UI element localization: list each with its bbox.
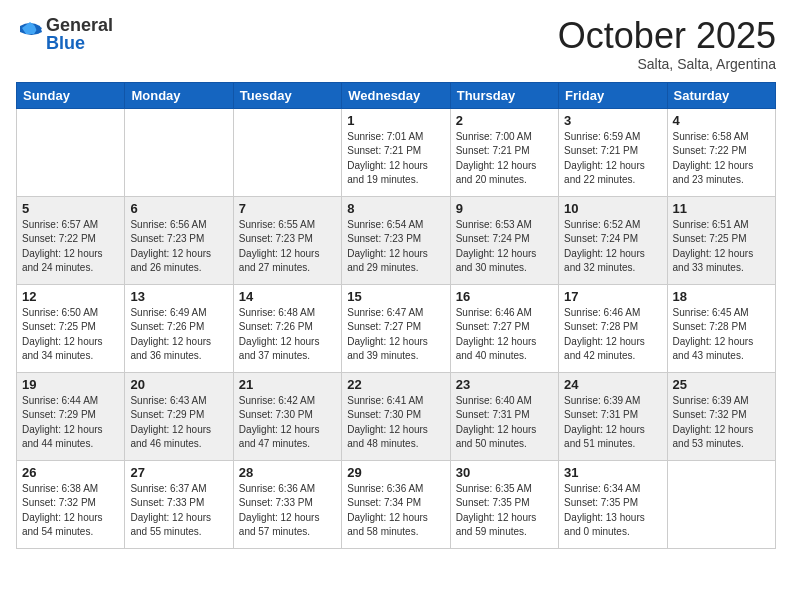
day-info: Sunrise: 6:38 AM Sunset: 7:32 PM Dayligh…	[22, 482, 119, 540]
calendar-cell: 11Sunrise: 6:51 AM Sunset: 7:25 PM Dayli…	[667, 196, 775, 284]
day-info: Sunrise: 6:42 AM Sunset: 7:30 PM Dayligh…	[239, 394, 336, 452]
calendar-cell: 17Sunrise: 6:46 AM Sunset: 7:28 PM Dayli…	[559, 284, 667, 372]
calendar-cell	[17, 108, 125, 196]
day-info: Sunrise: 6:46 AM Sunset: 7:27 PM Dayligh…	[456, 306, 553, 364]
day-number: 27	[130, 465, 227, 480]
day-info: Sunrise: 6:35 AM Sunset: 7:35 PM Dayligh…	[456, 482, 553, 540]
day-info: Sunrise: 6:45 AM Sunset: 7:28 PM Dayligh…	[673, 306, 770, 364]
day-info: Sunrise: 6:39 AM Sunset: 7:31 PM Dayligh…	[564, 394, 661, 452]
day-info: Sunrise: 6:54 AM Sunset: 7:23 PM Dayligh…	[347, 218, 444, 276]
logo-icon	[16, 18, 44, 46]
day-info: Sunrise: 6:55 AM Sunset: 7:23 PM Dayligh…	[239, 218, 336, 276]
day-number: 18	[673, 289, 770, 304]
col-sunday: Sunday	[17, 82, 125, 108]
calendar-cell	[125, 108, 233, 196]
day-number: 28	[239, 465, 336, 480]
week-row-3: 12Sunrise: 6:50 AM Sunset: 7:25 PM Dayli…	[17, 284, 776, 372]
col-monday: Monday	[125, 82, 233, 108]
calendar-table: Sunday Monday Tuesday Wednesday Thursday…	[16, 82, 776, 549]
logo-text: General Blue	[46, 16, 113, 52]
page-container: General Blue October 2025 Salta, Salta, …	[0, 0, 792, 612]
day-number: 21	[239, 377, 336, 392]
col-wednesday: Wednesday	[342, 82, 450, 108]
day-number: 6	[130, 201, 227, 216]
calendar-cell: 9Sunrise: 6:53 AM Sunset: 7:24 PM Daylig…	[450, 196, 558, 284]
day-info: Sunrise: 6:50 AM Sunset: 7:25 PM Dayligh…	[22, 306, 119, 364]
day-number: 24	[564, 377, 661, 392]
day-number: 30	[456, 465, 553, 480]
day-info: Sunrise: 6:39 AM Sunset: 7:32 PM Dayligh…	[673, 394, 770, 452]
calendar-cell: 23Sunrise: 6:40 AM Sunset: 7:31 PM Dayli…	[450, 372, 558, 460]
day-info: Sunrise: 6:56 AM Sunset: 7:23 PM Dayligh…	[130, 218, 227, 276]
calendar-cell: 26Sunrise: 6:38 AM Sunset: 7:32 PM Dayli…	[17, 460, 125, 548]
calendar-cell: 3Sunrise: 6:59 AM Sunset: 7:21 PM Daylig…	[559, 108, 667, 196]
day-info: Sunrise: 6:51 AM Sunset: 7:25 PM Dayligh…	[673, 218, 770, 276]
day-info: Sunrise: 6:49 AM Sunset: 7:26 PM Dayligh…	[130, 306, 227, 364]
day-number: 8	[347, 201, 444, 216]
month-title: October 2025	[558, 16, 776, 56]
day-number: 9	[456, 201, 553, 216]
day-number: 5	[22, 201, 119, 216]
calendar-cell: 12Sunrise: 6:50 AM Sunset: 7:25 PM Dayli…	[17, 284, 125, 372]
day-info: Sunrise: 6:41 AM Sunset: 7:30 PM Dayligh…	[347, 394, 444, 452]
calendar-cell: 13Sunrise: 6:49 AM Sunset: 7:26 PM Dayli…	[125, 284, 233, 372]
calendar-cell: 18Sunrise: 6:45 AM Sunset: 7:28 PM Dayli…	[667, 284, 775, 372]
calendar-cell: 16Sunrise: 6:46 AM Sunset: 7:27 PM Dayli…	[450, 284, 558, 372]
day-number: 1	[347, 113, 444, 128]
day-number: 19	[22, 377, 119, 392]
calendar-cell: 30Sunrise: 6:35 AM Sunset: 7:35 PM Dayli…	[450, 460, 558, 548]
col-saturday: Saturday	[667, 82, 775, 108]
week-row-2: 5Sunrise: 6:57 AM Sunset: 7:22 PM Daylig…	[17, 196, 776, 284]
day-info: Sunrise: 6:57 AM Sunset: 7:22 PM Dayligh…	[22, 218, 119, 276]
calendar-cell: 19Sunrise: 6:44 AM Sunset: 7:29 PM Dayli…	[17, 372, 125, 460]
day-number: 17	[564, 289, 661, 304]
header-row: Sunday Monday Tuesday Wednesday Thursday…	[17, 82, 776, 108]
day-info: Sunrise: 6:53 AM Sunset: 7:24 PM Dayligh…	[456, 218, 553, 276]
logo-blue-text: Blue	[46, 34, 113, 52]
calendar-cell: 28Sunrise: 6:36 AM Sunset: 7:33 PM Dayli…	[233, 460, 341, 548]
calendar-cell: 8Sunrise: 6:54 AM Sunset: 7:23 PM Daylig…	[342, 196, 450, 284]
subtitle: Salta, Salta, Argentina	[558, 56, 776, 72]
day-info: Sunrise: 6:36 AM Sunset: 7:34 PM Dayligh…	[347, 482, 444, 540]
col-friday: Friday	[559, 82, 667, 108]
day-info: Sunrise: 6:47 AM Sunset: 7:27 PM Dayligh…	[347, 306, 444, 364]
day-number: 3	[564, 113, 661, 128]
week-row-1: 1Sunrise: 7:01 AM Sunset: 7:21 PM Daylig…	[17, 108, 776, 196]
calendar-cell: 2Sunrise: 7:00 AM Sunset: 7:21 PM Daylig…	[450, 108, 558, 196]
day-number: 16	[456, 289, 553, 304]
calendar-cell: 20Sunrise: 6:43 AM Sunset: 7:29 PM Dayli…	[125, 372, 233, 460]
day-info: Sunrise: 6:37 AM Sunset: 7:33 PM Dayligh…	[130, 482, 227, 540]
day-number: 14	[239, 289, 336, 304]
day-info: Sunrise: 6:44 AM Sunset: 7:29 PM Dayligh…	[22, 394, 119, 452]
day-number: 12	[22, 289, 119, 304]
calendar-cell: 31Sunrise: 6:34 AM Sunset: 7:35 PM Dayli…	[559, 460, 667, 548]
logo-general-text: General	[46, 16, 113, 34]
day-number: 23	[456, 377, 553, 392]
calendar-cell: 1Sunrise: 7:01 AM Sunset: 7:21 PM Daylig…	[342, 108, 450, 196]
day-number: 2	[456, 113, 553, 128]
header: General Blue October 2025 Salta, Salta, …	[16, 16, 776, 72]
calendar-cell	[233, 108, 341, 196]
calendar-cell: 14Sunrise: 6:48 AM Sunset: 7:26 PM Dayli…	[233, 284, 341, 372]
day-number: 15	[347, 289, 444, 304]
col-tuesday: Tuesday	[233, 82, 341, 108]
day-info: Sunrise: 6:48 AM Sunset: 7:26 PM Dayligh…	[239, 306, 336, 364]
calendar-cell: 21Sunrise: 6:42 AM Sunset: 7:30 PM Dayli…	[233, 372, 341, 460]
calendar-cell: 24Sunrise: 6:39 AM Sunset: 7:31 PM Dayli…	[559, 372, 667, 460]
calendar-cell: 5Sunrise: 6:57 AM Sunset: 7:22 PM Daylig…	[17, 196, 125, 284]
day-info: Sunrise: 6:43 AM Sunset: 7:29 PM Dayligh…	[130, 394, 227, 452]
day-info: Sunrise: 7:01 AM Sunset: 7:21 PM Dayligh…	[347, 130, 444, 188]
day-number: 22	[347, 377, 444, 392]
week-row-5: 26Sunrise: 6:38 AM Sunset: 7:32 PM Dayli…	[17, 460, 776, 548]
day-number: 29	[347, 465, 444, 480]
day-number: 25	[673, 377, 770, 392]
col-thursday: Thursday	[450, 82, 558, 108]
week-row-4: 19Sunrise: 6:44 AM Sunset: 7:29 PM Dayli…	[17, 372, 776, 460]
calendar-cell: 29Sunrise: 6:36 AM Sunset: 7:34 PM Dayli…	[342, 460, 450, 548]
calendar-cell: 27Sunrise: 6:37 AM Sunset: 7:33 PM Dayli…	[125, 460, 233, 548]
calendar-cell: 22Sunrise: 6:41 AM Sunset: 7:30 PM Dayli…	[342, 372, 450, 460]
calendar-cell: 15Sunrise: 6:47 AM Sunset: 7:27 PM Dayli…	[342, 284, 450, 372]
day-number: 4	[673, 113, 770, 128]
day-info: Sunrise: 6:34 AM Sunset: 7:35 PM Dayligh…	[564, 482, 661, 540]
day-info: Sunrise: 6:36 AM Sunset: 7:33 PM Dayligh…	[239, 482, 336, 540]
